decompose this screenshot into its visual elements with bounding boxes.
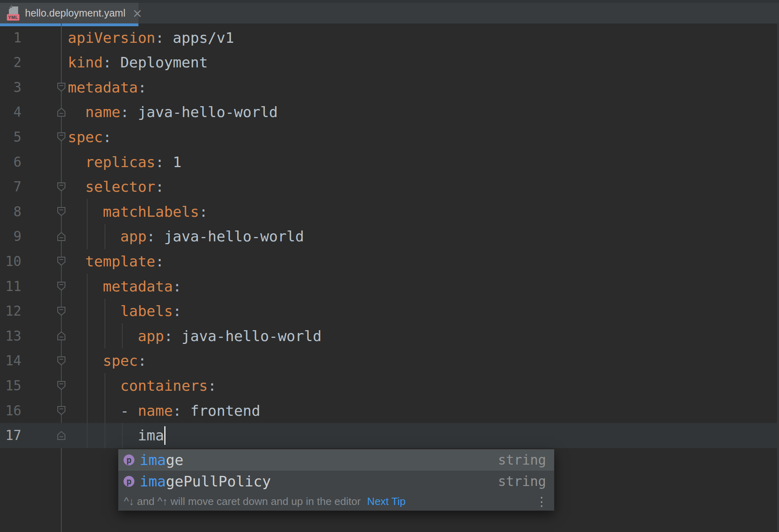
line-number: 1 bbox=[0, 25, 21, 50]
more-options-icon[interactable]: ⋮ bbox=[536, 494, 549, 509]
token-punc: : bbox=[155, 178, 164, 195]
code-text[interactable]: metadata: bbox=[68, 75, 147, 100]
token-punc bbox=[68, 253, 85, 270]
code-text[interactable]: - name: frontend bbox=[68, 398, 260, 423]
yaml-file-icon: YML bbox=[7, 6, 20, 21]
fold-collapse-icon[interactable] bbox=[56, 380, 67, 391]
line-number: 12 bbox=[0, 299, 21, 324]
line-number: 4 bbox=[0, 100, 21, 125]
scrollbar-track[interactable] bbox=[777, 23, 779, 532]
token-punc: : bbox=[155, 29, 173, 46]
line-number: 8 bbox=[0, 199, 21, 224]
code-text[interactable]: template: bbox=[68, 249, 164, 274]
code-text[interactable]: metadata: bbox=[68, 274, 182, 299]
code-line-14[interactable]: 14 spec: bbox=[0, 348, 777, 373]
token-key: apiVersion bbox=[68, 29, 155, 46]
token-punc bbox=[68, 377, 120, 394]
code-line-6[interactable]: 6 replicas: 1 bbox=[0, 149, 777, 174]
code-text[interactable]: labels: bbox=[68, 299, 182, 324]
code-line-4[interactable]: 4 name: java-hello-world bbox=[0, 100, 777, 125]
code-line-13[interactable]: 13 app: java-hello-world bbox=[0, 323, 777, 348]
line-number: 13 bbox=[0, 323, 21, 348]
fold-collapse-icon[interactable] bbox=[56, 82, 67, 92]
code-line-1[interactable]: 1apiVersion: apps/v1 bbox=[0, 25, 777, 50]
code-line-8[interactable]: 8 matchLabels: bbox=[0, 199, 777, 224]
ide-window: YML hello.deployment.yaml × 1apiVersion:… bbox=[0, 0, 779, 532]
code-line-5[interactable]: 5spec: bbox=[0, 124, 777, 149]
fold-end-icon[interactable] bbox=[56, 430, 67, 441]
window-top-strip bbox=[0, 0, 779, 3]
code-text[interactable]: ima bbox=[68, 423, 165, 448]
property-icon: p bbox=[124, 455, 134, 465]
code-line-10[interactable]: 10 template: bbox=[0, 249, 777, 274]
token-key: spec bbox=[103, 352, 138, 369]
property-icon: p bbox=[124, 476, 134, 487]
token-punc bbox=[68, 154, 85, 170]
fold-collapse-icon[interactable] bbox=[56, 356, 67, 366]
fold-collapse-icon[interactable] bbox=[56, 132, 67, 142]
code-text[interactable]: kind: Deployment bbox=[68, 50, 208, 75]
code-text[interactable]: app: java-hello-world bbox=[68, 323, 322, 348]
next-tip-link[interactable]: Next Tip bbox=[367, 495, 406, 508]
tab-hello-deployment-yaml[interactable]: YML hello.deployment.yaml × bbox=[0, 3, 138, 23]
token-key: kind bbox=[68, 54, 103, 71]
fold-collapse-icon[interactable] bbox=[56, 256, 67, 266]
token-punc bbox=[68, 278, 103, 295]
fold-collapse-icon[interactable] bbox=[56, 206, 67, 217]
completion-hint-text: ^↓ and ^↑ will move caret down and up in… bbox=[124, 495, 361, 508]
text-caret bbox=[164, 426, 165, 445]
code-text[interactable]: name: java-hello-world bbox=[68, 100, 278, 125]
tab-close-icon[interactable]: × bbox=[132, 7, 142, 19]
fold-end-icon[interactable] bbox=[56, 107, 67, 117]
code-line-16[interactable]: 16 - name: frontend bbox=[0, 398, 777, 423]
token-punc: : bbox=[138, 79, 147, 96]
fold-collapse-icon[interactable] bbox=[56, 182, 67, 192]
code-text[interactable]: selector: bbox=[68, 174, 164, 199]
code-text[interactable]: matchLabels: bbox=[68, 199, 208, 224]
fold-end-icon[interactable] bbox=[56, 331, 67, 341]
token-punc: : bbox=[173, 402, 190, 419]
token-key: spec bbox=[68, 129, 103, 145]
completion-hint-row: ^↓ and ^↑ will move caret down and up in… bbox=[118, 492, 554, 511]
token-val: java-hello-world bbox=[138, 104, 278, 120]
token-punc: - bbox=[68, 402, 138, 419]
token-punc: : bbox=[199, 203, 208, 220]
code-line-9[interactable]: 9 app: java-hello-world bbox=[0, 224, 777, 249]
token-key: name bbox=[138, 402, 173, 419]
token-punc: : bbox=[120, 104, 138, 120]
token-key: template bbox=[85, 253, 155, 270]
code-text[interactable]: apiVersion: apps/v1 bbox=[68, 25, 234, 50]
token-key: labels bbox=[120, 303, 173, 319]
fold-end-icon[interactable] bbox=[56, 231, 67, 242]
token-key: app bbox=[120, 228, 147, 245]
token-punc: : bbox=[208, 377, 217, 394]
token-punc: : bbox=[173, 303, 182, 319]
fold-collapse-icon[interactable] bbox=[56, 281, 67, 291]
line-number: 9 bbox=[0, 224, 21, 249]
fold-collapse-icon[interactable] bbox=[56, 306, 67, 316]
token-val: 1 bbox=[173, 154, 182, 170]
token-punc bbox=[68, 303, 120, 319]
code-text[interactable]: replicas: 1 bbox=[68, 149, 182, 174]
completion-item-type: string bbox=[498, 452, 546, 468]
code-text[interactable]: spec: bbox=[68, 124, 111, 149]
code-line-7[interactable]: 7 selector: bbox=[0, 174, 777, 199]
code-line-12[interactable]: 12 labels: bbox=[0, 299, 777, 324]
token-punc: : bbox=[147, 228, 164, 245]
code-line-3[interactable]: 3metadata: bbox=[0, 75, 777, 100]
completion-item-label: imagePullPolicy bbox=[140, 473, 271, 490]
code-line-15[interactable]: 15 containers: bbox=[0, 373, 777, 398]
fold-collapse-icon[interactable] bbox=[56, 405, 67, 416]
code-line-17[interactable]: 17 ima bbox=[0, 423, 777, 448]
code-text[interactable]: containers: bbox=[68, 373, 216, 398]
code-line-2[interactable]: 2kind: Deployment bbox=[0, 50, 777, 75]
code-line-11[interactable]: 11 metadata: bbox=[0, 274, 777, 299]
token-key: replicas bbox=[85, 154, 155, 170]
code-text[interactable]: app: java-hello-world bbox=[68, 224, 304, 249]
code-text[interactable]: spec: bbox=[68, 348, 147, 373]
completion-item-imagePullPolicy[interactable]: pimagePullPolicystring bbox=[118, 471, 554, 492]
token-punc bbox=[68, 228, 120, 245]
completion-item-image[interactable]: pimagestring bbox=[118, 449, 554, 471]
token-punc: : bbox=[155, 154, 173, 170]
line-number: 11 bbox=[0, 274, 21, 299]
